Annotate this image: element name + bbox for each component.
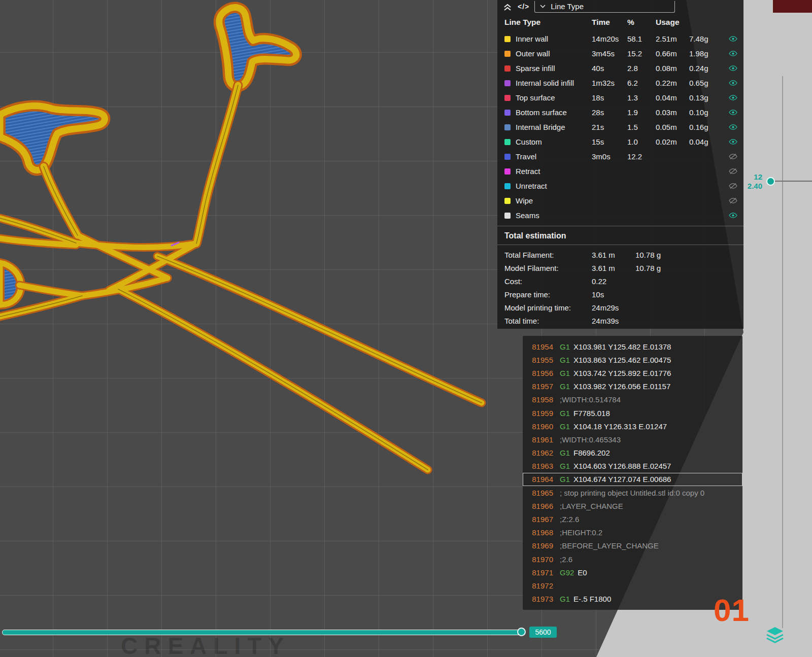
legend-row: Retract bbox=[497, 164, 743, 179]
total-row: Model Filament:3.61 m10.78 g bbox=[497, 261, 743, 274]
line-type-label: Internal Bridge bbox=[516, 123, 592, 131]
eye-icon[interactable] bbox=[729, 65, 737, 72]
line-type-label: Travel bbox=[516, 152, 592, 161]
move-slider-track[interactable] bbox=[2, 630, 524, 635]
percent-cell: 1.9 bbox=[627, 108, 656, 117]
total-estimation-rows: Total Filament:3.61 m10.78 gModel Filame… bbox=[497, 245, 743, 327]
length-cell: 0.02m bbox=[656, 137, 689, 146]
inner-wall-paths bbox=[0, 85, 482, 470]
eye-icon[interactable] bbox=[729, 212, 737, 219]
eye-off-icon[interactable] bbox=[729, 153, 737, 160]
weight-cell: 0.24g bbox=[689, 64, 721, 73]
gcode-command: G1 bbox=[560, 448, 570, 457]
legend-row: Custom15s1.00.02m0.04g bbox=[497, 134, 743, 149]
record-indicator[interactable] bbox=[773, 0, 812, 13]
gcode-line[interactable]: 81969;BEFORE_LAYER_CHANGE bbox=[523, 539, 742, 552]
line-type-color-swatch bbox=[504, 65, 511, 72]
gcode-command: G1 bbox=[560, 422, 570, 431]
gcode-args: E-.5 F1800 bbox=[573, 595, 611, 603]
eye-icon[interactable] bbox=[729, 50, 737, 57]
gcode-command: G1 bbox=[560, 595, 570, 603]
total-value-2: 10.78 g bbox=[635, 264, 736, 272]
move-slider-handle[interactable] bbox=[517, 628, 526, 636]
line-number: 81956 bbox=[528, 369, 553, 377]
total-value-1: 0.22 bbox=[592, 277, 635, 286]
gcode-command: G1 bbox=[560, 356, 570, 364]
total-row: Total Filament:3.61 m10.78 g bbox=[497, 248, 743, 261]
line-type-label: Seams bbox=[516, 211, 592, 220]
gcode-comment: ;Z:2.6 bbox=[560, 515, 579, 524]
eye-icon[interactable] bbox=[729, 124, 737, 130]
gcode-line[interactable]: 81959G1F7785.018 bbox=[523, 406, 742, 420]
view-mode-dropdown[interactable]: Line Type bbox=[534, 1, 675, 13]
total-label: Model Filament: bbox=[504, 264, 592, 272]
weight-cell: 7.48g bbox=[689, 34, 721, 43]
layers-view-icon[interactable] bbox=[764, 625, 786, 646]
gcode-line[interactable]: 81958;WIDTH:0.514784 bbox=[523, 393, 742, 406]
gcode-line[interactable]: 81965; stop printing object Untitled.stl… bbox=[523, 486, 742, 499]
line-type-color-swatch bbox=[504, 139, 511, 145]
eye-icon[interactable] bbox=[729, 94, 737, 101]
gcode-line[interactable]: 81968;HEIGHT:0.2 bbox=[523, 526, 742, 539]
collapse-panel-icon[interactable] bbox=[502, 3, 513, 11]
gcode-comment: ; stop printing object Untitled.stl id:0… bbox=[560, 489, 704, 497]
gcode-command: G1 bbox=[560, 342, 570, 351]
total-row: Prepare time:10s bbox=[497, 288, 743, 301]
col-percent: % bbox=[627, 18, 656, 27]
legend-row: Outer wall3m45s15.20.66m1.98g bbox=[497, 46, 743, 61]
total-row: Cost:0.22 bbox=[497, 274, 743, 288]
plate-watermark: CREALITY bbox=[121, 632, 290, 657]
total-label: Model printing time: bbox=[504, 303, 592, 312]
eye-off-icon[interactable] bbox=[729, 183, 737, 189]
time-cell: 3m45s bbox=[592, 49, 627, 58]
gcode-line[interactable]: 81962G1F8696.202 bbox=[523, 446, 742, 460]
line-type-color-swatch bbox=[504, 213, 511, 219]
weight-cell: 0.13g bbox=[689, 93, 721, 102]
gcode-line[interactable]: 81963G1X104.603 Y126.888 E.02457 bbox=[523, 460, 742, 473]
line-type-color-swatch bbox=[504, 95, 511, 101]
gcode-view-icon[interactable]: </> bbox=[518, 3, 529, 11]
eye-icon[interactable] bbox=[729, 80, 737, 86]
gcode-line[interactable]: 81972 bbox=[523, 579, 742, 592]
layer-height-label: 2.40 bbox=[739, 182, 762, 190]
gcode-args: X103.981 Y125.482 E.01378 bbox=[573, 342, 671, 351]
line-type-label: Top surface bbox=[516, 93, 592, 102]
line-number: 81972 bbox=[528, 581, 553, 590]
length-cell: 2.51m bbox=[656, 34, 689, 43]
gcode-command: G1 bbox=[560, 475, 570, 483]
line-number: 81973 bbox=[528, 595, 553, 603]
gcode-line[interactable]: 81956G1X103.742 Y125.892 E.01776 bbox=[523, 366, 742, 379]
col-time: Time bbox=[592, 18, 627, 27]
time-cell: 3m0s bbox=[592, 152, 627, 161]
line-type-label: Retract bbox=[516, 167, 592, 176]
legend-row: Top surface18s1.30.04m0.13g bbox=[497, 90, 743, 105]
eye-icon[interactable] bbox=[729, 36, 737, 42]
eye-off-icon[interactable] bbox=[729, 197, 737, 204]
gcode-line[interactable]: 81955G1X103.863 Y125.462 E.00475 bbox=[523, 353, 742, 366]
gcode-line[interactable]: 81964G1X104.674 Y127.074 E.00686 bbox=[523, 473, 742, 486]
gcode-line[interactable]: 81971G92E0 bbox=[523, 566, 742, 579]
legend-row: Wipe bbox=[497, 193, 743, 208]
gcode-line[interactable]: 81973G1E-.5 F1800 bbox=[523, 593, 742, 606]
gcode-line[interactable]: 81960G1X104.18 Y126.313 E.01247 bbox=[523, 420, 742, 433]
layer-slider-handle[interactable] bbox=[766, 177, 775, 186]
gcode-line[interactable]: 81961;WIDTH:0.465343 bbox=[523, 433, 742, 446]
eye-off-icon[interactable] bbox=[729, 168, 737, 175]
gcode-line[interactable]: 81957G1X103.982 Y126.056 E.01157 bbox=[523, 380, 742, 393]
percent-cell: 2.8 bbox=[627, 64, 656, 73]
weight-cell: 0.04g bbox=[689, 137, 721, 146]
line-type-label: Custom bbox=[516, 137, 592, 146]
gcode-line[interactable]: 81954G1X103.981 Y125.482 E.01378 bbox=[523, 340, 742, 353]
gcode-line[interactable]: 81967;Z:2.6 bbox=[523, 512, 742, 526]
line-number: 81957 bbox=[528, 382, 553, 391]
eye-icon[interactable] bbox=[729, 109, 737, 116]
move-slider-value: 5600 bbox=[529, 627, 557, 638]
gcode-line[interactable]: 81970;2.6 bbox=[523, 552, 742, 566]
gcode-line[interactable]: 81966;LAYER_CHANGE bbox=[523, 499, 742, 512]
percent-cell: 15.2 bbox=[627, 49, 656, 58]
percent-cell: 1.0 bbox=[627, 137, 656, 146]
eye-icon[interactable] bbox=[729, 139, 737, 145]
layer-slider-tick bbox=[775, 181, 812, 182]
layer-slider-track[interactable] bbox=[782, 76, 783, 628]
line-number: 81968 bbox=[528, 528, 553, 537]
